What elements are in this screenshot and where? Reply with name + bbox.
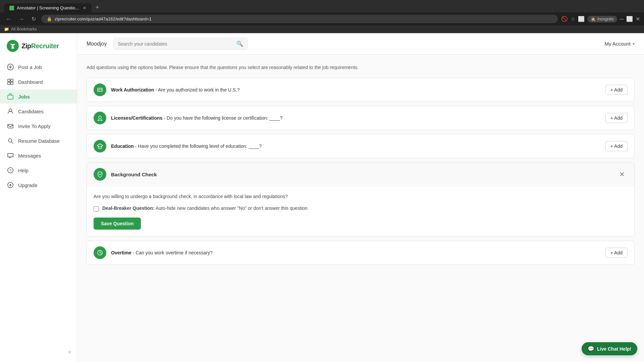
browser-chrome: Annotator | Screening Questio... ✕ + [0,0,644,12]
question-row-licenses: Licenses/Certifications - Do you have th… [87,106,634,130]
active-tab[interactable]: Annotator | Screening Questio... ✕ [4,3,92,12]
deal-breaker-title: Deal-Breaker Question: [102,205,155,211]
star-icon[interactable]: ☆ [571,16,575,22]
maximize-button[interactable]: ⬜ [626,16,633,22]
ziprecruiter-logo-icon [7,40,19,52]
svg-rect-6 [8,79,10,81]
licenses-title: Licenses/Certifications [111,115,162,121]
my-account-label: My Account [604,41,631,47]
bookmarks-folder-icon: 📁 [4,27,9,32]
close-window-button[interactable]: ✕ [636,16,640,22]
tab-title: Annotator | Screening Questio... [17,5,79,10]
sidebar-item-invite-to-apply[interactable]: Invite To Apply [0,119,77,133]
question-row-overtime: Overtime - Can you work overtime if nece… [87,241,634,264]
background-check-header: Background Check ✕ [87,163,634,186]
resume-database-icon [7,137,14,144]
messages-icon [7,152,14,159]
svg-text:?: ? [9,169,11,173]
background-check-icon [94,168,106,181]
my-account-chevron-icon: ▾ [633,42,635,46]
svg-rect-10 [8,95,13,99]
svg-rect-8 [8,82,10,84]
bookmarks-label: All Bookmarks [11,27,37,32]
svg-rect-9 [11,82,13,84]
post-job-label: Post a Job [18,64,42,70]
app-container: ZipRecruiter Post a Job Dashboard [0,33,644,362]
sidebar-item-post-job[interactable]: Post a Job [0,60,77,74]
jobs-label: Jobs [18,94,30,100]
question-card-education: Education - Have you completed the follo… [87,134,635,158]
licenses-icon [94,112,106,124]
sidebar-logo: ZipRecruiter [0,40,77,60]
background-check-close-button[interactable]: ✕ [616,169,628,180]
svg-rect-18 [98,88,102,92]
incognito-icon: 🕵 [591,17,596,21]
sidebar-item-messages[interactable]: Messages [0,148,77,163]
invite-to-apply-icon [7,122,14,130]
sidebar-item-dashboard[interactable]: Dashboard [0,75,77,89]
my-account-menu[interactable]: My Account ▾ [604,41,635,47]
sidebar-item-resume-database[interactable]: Resume Database [0,134,77,148]
live-chat-label: Live Chat Help! [597,346,631,352]
save-question-button[interactable]: Save Question [94,218,141,230]
browser-actions: 🚫 ☆ ⬜ 🕵 Incognito ─ ⬜ ✕ [561,16,640,22]
question-row-education: Education - Have you completed the follo… [87,134,634,158]
upgrade-icon [7,181,14,189]
forward-button[interactable]: → [17,15,26,23]
browser-toolbar: ← → ↻ 🔒 🚫 ☆ ⬜ 🕵 Incognito ─ ⬜ ✕ [0,12,644,25]
sidebar-collapse-area: « [0,344,77,355]
search-input[interactable] [118,41,234,47]
education-title: Education [111,143,134,149]
svg-rect-2 [11,47,14,49]
background-check-body: Are you willing to undergo a background … [87,186,634,236]
search-box[interactable]: 🔍 [113,38,248,50]
browser-tabs: Annotator | Screening Questio... ✕ + [4,3,640,12]
question-card-work-auth: Work Authorization - Are you authorized … [87,78,635,102]
sidebar-item-upgrade[interactable]: Upgrade [0,178,77,192]
work-auth-add-button[interactable]: + Add [605,85,628,95]
extension-icon[interactable]: ⬜ [578,16,585,22]
help-icon: ? [7,167,14,174]
sidebar-collapse-button[interactable]: « [68,348,71,355]
sidebar-item-jobs[interactable]: Jobs [0,89,77,104]
work-auth-title: Work Authorization [111,87,154,93]
eye-off-icon: 🚫 [561,16,568,22]
messages-label: Messages [18,153,41,159]
tab-favicon [9,6,14,10]
url-input[interactable] [55,16,552,21]
tab-close-icon[interactable]: ✕ [83,6,86,10]
dashboard-label: Dashboard [18,79,43,85]
overtime-title: Overtime [111,250,131,255]
svg-rect-7 [11,79,13,81]
education-text: Education - Have you completed the follo… [111,143,601,149]
search-icon: 🔍 [236,41,243,47]
address-bar[interactable]: 🔒 [41,15,558,23]
licenses-add-button[interactable]: + Add [605,113,628,123]
question-card-overtime: Overtime - Can you work overtime if nece… [87,241,635,265]
incognito-label: Incognito [597,17,614,21]
invite-to-apply-label: Invite To Apply [18,123,50,129]
question-card-background-check: Background Check ✕ Are you willing to un… [87,162,635,237]
jobs-icon [7,93,14,100]
sidebar-item-help[interactable]: ? Help [0,163,77,177]
education-description: - Have you completed the following level… [135,143,262,149]
lock-icon: 🔒 [47,16,52,21]
overtime-add-button[interactable]: + Add [605,248,628,258]
svg-point-19 [99,89,100,90]
deal-breaker-checkbox[interactable] [94,206,99,212]
work-auth-icon [94,83,106,96]
minimize-button[interactable]: ─ [620,16,624,22]
overtime-text: Overtime - Can you work overtime if nece… [111,250,601,255]
live-chat-button[interactable]: 💬 Live Chat Help! [582,342,637,355]
deal-breaker-description: Auto-hide new candidates who answer "No"… [156,205,308,211]
resume-database-label: Resume Database [18,138,60,144]
new-tab-button[interactable]: + [93,3,102,12]
candidates-label: Candidates [18,109,44,114]
intro-text: Add questions using the options below. P… [87,64,635,71]
dashboard-icon [7,78,14,85]
reload-button[interactable]: ↻ [30,14,38,23]
help-label: Help [18,168,29,173]
back-button[interactable]: ← [4,15,13,23]
education-add-button[interactable]: + Add [605,141,628,151]
sidebar-item-candidates[interactable]: Candidates [0,104,77,118]
